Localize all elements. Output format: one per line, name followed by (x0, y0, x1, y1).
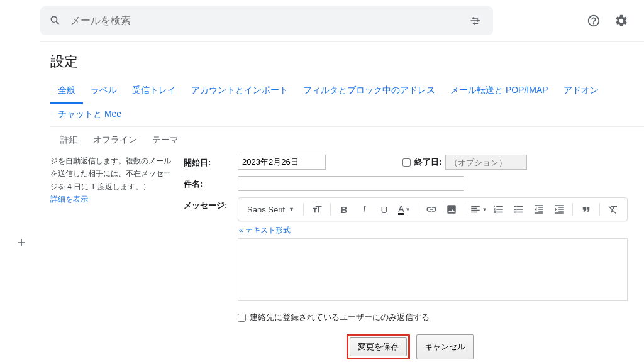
contacts-only-checkbox[interactable] (238, 314, 246, 322)
bold-icon[interactable]: B (335, 200, 353, 218)
search-options-icon[interactable] (467, 12, 484, 30)
search-box[interactable] (40, 6, 493, 35)
settings-gear-icon[interactable] (609, 8, 634, 33)
subject-label: 件名: (184, 176, 230, 190)
help-icon[interactable] (581, 8, 606, 33)
tab-inbox[interactable]: 受信トレイ (125, 80, 184, 104)
image-icon[interactable] (442, 200, 461, 218)
svg-point-1 (477, 19, 479, 21)
font-name-label: Sans Serif (247, 205, 285, 214)
page-title: 設定 (50, 52, 644, 71)
plain-text-link[interactable]: « テキスト形式 (239, 225, 291, 236)
start-date-label: 開始日: (184, 155, 230, 168)
link-icon[interactable] (422, 200, 441, 218)
numbered-list-icon[interactable] (489, 200, 508, 218)
tab-labels[interactable]: ラベル (83, 80, 125, 104)
tab-themes[interactable]: テーマ (145, 132, 186, 148)
contacts-only-label: 連絡先に登録されているユーザーにのみ返信する (250, 312, 430, 323)
bullet-list-icon[interactable] (509, 200, 528, 218)
end-date-input (445, 155, 527, 170)
settings-panel: 設定 全般 ラベル 受信トレイ アカウントとインポート フィルタとブロック中のア… (40, 41, 644, 359)
end-date-label: 終了日: (414, 156, 441, 168)
font-family-select[interactable]: Sans Serif ▼ (242, 200, 299, 218)
tab-forwarding[interactable]: メール転送と POP/IMAP (443, 80, 556, 104)
vacation-form: 開始日: 終了日: 件名: メッセージ: Sans Serif (184, 155, 639, 359)
remove-format-icon[interactable] (604, 200, 623, 218)
message-label: メッセージ: (184, 197, 230, 211)
tab-general[interactable]: 全般 (50, 80, 83, 104)
italic-icon[interactable]: I (355, 200, 374, 218)
start-date-input[interactable] (238, 155, 326, 170)
end-date-checkbox[interactable] (402, 158, 411, 167)
quote-icon[interactable] (577, 200, 596, 218)
search-input[interactable] (70, 15, 467, 26)
svg-point-2 (474, 23, 475, 25)
cancel-button[interactable]: キャンセル (416, 334, 474, 359)
tab-advanced[interactable]: 詳細 (53, 132, 86, 148)
align-icon[interactable]: ▼ (469, 200, 488, 218)
settings-tabs-row2: 詳細 オフライン テーマ (50, 127, 644, 155)
top-bar (0, 0, 644, 41)
save-button[interactable]: 変更を保存 (350, 337, 407, 356)
indent-more-icon[interactable] (550, 200, 569, 218)
save-highlight-box: 変更を保存 (347, 334, 410, 359)
action-buttons: 変更を保存 キャンセル (184, 334, 636, 359)
vacation-desc-text: ジを自動返信します。複数のメールを送信した相手には、不在メッセージを 4 日に … (50, 156, 171, 191)
subject-input[interactable] (238, 176, 464, 191)
text-color-icon[interactable]: A▼ (395, 200, 414, 218)
compose-button[interactable] (15, 236, 28, 249)
tab-accounts[interactable]: アカウントとインポート (184, 80, 296, 104)
svg-point-0 (472, 17, 474, 19)
settings-tabs: 全般 ラベル 受信トレイ アカウントとインポート フィルタとブロック中のアドレス… (50, 80, 644, 127)
tab-offline[interactable]: オフライン (86, 132, 145, 148)
tab-addons[interactable]: アドオン (556, 80, 606, 104)
show-more-link[interactable]: 詳細を表示 (50, 195, 88, 204)
rich-text-toolbar: Sans Serif ▼ B I U A▼ (238, 197, 628, 221)
message-textarea[interactable] (238, 238, 628, 301)
tab-chat[interactable]: チャットと Mee (50, 104, 129, 126)
tab-filters[interactable]: フィルタとブロック中のアドレス (296, 80, 443, 104)
indent-less-icon[interactable] (530, 200, 548, 218)
vacation-description: ジを自動返信します。複数のメールを送信した相手には、不在メッセージを 4 日に … (50, 155, 176, 359)
underline-icon[interactable]: U (375, 200, 394, 218)
chevron-down-icon: ▼ (289, 206, 294, 212)
search-icon (49, 14, 62, 27)
font-size-icon[interactable] (308, 200, 326, 218)
